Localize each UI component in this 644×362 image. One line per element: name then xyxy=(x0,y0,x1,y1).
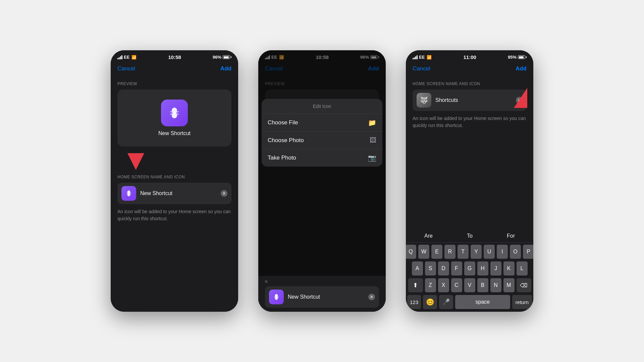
dim-overlay-2 xyxy=(258,50,386,312)
shift-key[interactable]: ⬆ xyxy=(408,278,423,292)
time-1: 10:58 xyxy=(168,54,181,60)
folder-icon: 📁 xyxy=(368,119,376,127)
home-section-label-1: HOME SCREEN NAME AND ICON xyxy=(117,175,231,179)
battery-icon-1 xyxy=(223,55,231,59)
carrier-3: EE xyxy=(419,55,425,60)
battery-icon-3 xyxy=(518,55,527,59)
key-m[interactable]: M xyxy=(503,278,515,292)
key-o[interactable]: O xyxy=(510,245,521,259)
key-n[interactable]: N xyxy=(490,278,501,292)
wifi-icon-3: 📶 xyxy=(427,55,432,60)
take-photo-item[interactable]: Take Photo 📷 xyxy=(262,149,382,167)
key-v[interactable]: V xyxy=(464,278,475,292)
edit-icon-title: Edit Icon xyxy=(262,99,382,114)
add-button-1[interactable]: Add xyxy=(220,65,231,72)
red-arrow-3 xyxy=(504,88,527,116)
phone-3-wrapper: EE 📶 11:00 95% Cancel Add xyxy=(406,50,533,312)
shortcut-name-2: New Shortcut xyxy=(288,294,364,300)
screenshots-container: EE 📶 10:58 96% Cancel Add xyxy=(111,50,533,312)
keyboard-row-bottom: 123 😊 🎤 space return xyxy=(407,295,532,309)
numbers-key[interactable]: 123 xyxy=(407,295,421,309)
cancel-button-3[interactable]: Cancel xyxy=(413,65,430,72)
description-1: An icon will be added to your Home scree… xyxy=(117,208,231,222)
key-w[interactable]: W xyxy=(418,245,429,259)
nav-bar-1: Cancel Add xyxy=(111,63,238,76)
home-section-label-3: HOME SCREEN NAME AND ICON xyxy=(413,81,527,86)
delete-key[interactable]: ⌫ xyxy=(517,278,531,292)
keyboard-container-3: Are To For Q W E R T Y U I xyxy=(406,227,533,312)
clear-button-1[interactable]: ✕ xyxy=(221,190,227,197)
key-l[interactable]: L xyxy=(517,261,528,276)
camera-icon: 📷 xyxy=(368,154,376,162)
return-key[interactable]: return xyxy=(512,295,532,309)
add-button-3[interactable]: Add xyxy=(516,65,527,72)
choose-file-label: Choose File xyxy=(268,119,298,126)
key-r[interactable]: R xyxy=(444,245,455,259)
phone-screen-1: EE 📶 10:58 96% Cancel Add xyxy=(111,50,238,312)
suggestion-for[interactable]: For xyxy=(504,232,518,240)
key-h[interactable]: H xyxy=(477,261,488,276)
key-k[interactable]: K xyxy=(503,261,515,276)
keyboard-row-2: A S D F G H J K L xyxy=(407,261,532,276)
suggestions-row-3: Are To For xyxy=(407,230,532,243)
key-u[interactable]: U xyxy=(484,245,495,259)
key-e[interactable]: E xyxy=(431,245,442,259)
suggestion-to[interactable]: To xyxy=(464,232,475,240)
key-p[interactable]: P xyxy=(523,245,533,259)
emoji-key[interactable]: 😊 xyxy=(423,295,437,309)
key-c[interactable]: C xyxy=(451,278,462,292)
cancel-button-1[interactable]: Cancel xyxy=(117,65,135,72)
name-icon-row-2[interactable]: New Shortcut ✕ xyxy=(265,286,379,308)
key-y[interactable]: Y xyxy=(471,245,482,259)
status-left-3: EE 📶 xyxy=(413,55,432,60)
choose-photo-label: Choose Photo xyxy=(268,137,304,144)
clear-button-2[interactable]: ✕ xyxy=(368,294,375,300)
home-section-partial-2: N xyxy=(265,280,379,284)
key-i[interactable]: I xyxy=(497,245,508,259)
custom-thumbnail-3: 🐺 xyxy=(417,93,431,108)
signal-bars-1 xyxy=(117,55,122,59)
key-d[interactable]: D xyxy=(438,261,449,276)
status-bar-1: EE 📶 10:58 96% xyxy=(111,50,238,63)
shortcut-name-1: New Shortcut xyxy=(140,190,217,196)
description-3: An icon will be added to your Home scree… xyxy=(413,115,527,129)
key-z[interactable]: Z xyxy=(425,278,436,292)
key-q[interactable]: Q xyxy=(406,245,416,259)
carrier-1: EE xyxy=(124,55,129,60)
phone-1-wrapper: EE 📶 10:58 96% Cancel Add xyxy=(111,50,238,312)
key-a[interactable]: A xyxy=(412,261,423,276)
thumbnail-img-3: 🐺 xyxy=(417,93,431,108)
key-j[interactable]: J xyxy=(490,261,501,276)
key-s[interactable]: S xyxy=(425,261,436,276)
wifi-icon-1: 📶 xyxy=(131,55,137,60)
shortcuts-icon-large-1 xyxy=(161,100,188,126)
shortcuts-icon-small-2 xyxy=(269,290,284,304)
mic-key[interactable]: 🎤 xyxy=(439,295,453,309)
status-bar-3: EE 📶 11:00 95% xyxy=(406,50,533,63)
preview-label-1: PREVIEW xyxy=(117,81,231,86)
svg-marker-0 xyxy=(514,88,527,108)
choose-photo-item[interactable]: Choose Photo 🖼 xyxy=(262,132,382,149)
screen-content-1: PREVIEW New Shortcut xyxy=(111,76,238,312)
key-g[interactable]: G xyxy=(464,261,475,276)
phone-2-wrapper: EE 📶 10:58 96% Cancel Add xyxy=(258,50,386,312)
key-x[interactable]: X xyxy=(438,278,449,292)
keyboard-row-3: ⬆ Z X C V B N M ⌫ xyxy=(407,278,532,292)
red-arrow-down-1 xyxy=(117,153,231,170)
key-t[interactable]: T xyxy=(458,245,469,259)
shortcut-name-3: Shortcuts xyxy=(435,97,512,103)
space-key[interactable]: space xyxy=(455,295,510,309)
key-f[interactable]: F xyxy=(451,261,462,276)
status-left-1: EE 📶 xyxy=(117,55,137,60)
edit-icon-popup: Edit Icon Choose File 📁 Choose Photo 🖼 T… xyxy=(262,99,382,167)
choose-file-item[interactable]: Choose File 📁 xyxy=(262,114,382,132)
take-photo-label: Take Photo xyxy=(268,155,296,161)
key-b[interactable]: B xyxy=(477,278,488,292)
shortcuts-icon-small-1 xyxy=(121,186,136,201)
status-right-1: 96% xyxy=(213,55,231,60)
preview-text-1: New Shortcut xyxy=(158,130,191,136)
name-icon-row-1[interactable]: New Shortcut ✕ xyxy=(117,183,231,204)
keyboard-row-1: Q W E R T Y U I O P xyxy=(407,245,532,259)
suggestion-are[interactable]: Are xyxy=(422,232,435,240)
bottom-name-row-2: N New Shortcut ✕ xyxy=(258,276,386,312)
